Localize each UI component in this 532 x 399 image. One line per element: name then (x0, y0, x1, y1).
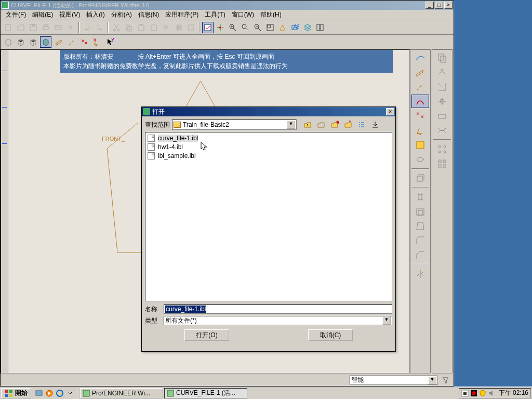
shell-icon[interactable] (411, 205, 429, 218)
working-dir-icon[interactable] (315, 119, 327, 130)
filename-input[interactable]: curve_file-1.ibl (164, 304, 392, 314)
filetype-combo[interactable]: 所有文件(*) ▼ (164, 316, 392, 325)
refit-icon[interactable] (264, 22, 276, 33)
menu-tools[interactable]: 工具(T) (202, 9, 228, 20)
new-folder-icon[interactable]: * (342, 119, 354, 130)
spin-center-icon[interactable] (215, 22, 226, 33)
look-in-combo[interactable]: Train_file-Basic2 ▼ (172, 119, 297, 130)
zoom-fit-icon[interactable] (240, 22, 251, 33)
datum-axis-icon[interactable] (66, 36, 77, 48)
pattern-icon[interactable] (433, 142, 451, 156)
intersect-icon[interactable] (433, 124, 451, 137)
publish-geom-icon[interactable] (433, 65, 451, 79)
tray-shield-icon[interactable] (479, 390, 486, 397)
tray-volume-icon[interactable] (488, 390, 495, 397)
paste-icon[interactable] (136, 22, 147, 33)
zoom-out-icon[interactable] (252, 22, 263, 33)
list-view-icon[interactable] (356, 119, 367, 130)
mirror-icon[interactable] (411, 267, 429, 281)
chevron-down-icon[interactable]: ▼ (428, 376, 436, 384)
wireframe-icon[interactable] (3, 36, 14, 48)
csys-tool-icon[interactable] (411, 124, 429, 137)
dialog-close-button[interactable]: × (386, 108, 394, 115)
mail-icon[interactable] (52, 22, 64, 33)
tray-record-icon[interactable] (470, 390, 477, 397)
grid-icon[interactable] (173, 22, 184, 33)
redo-icon[interactable] (94, 22, 105, 33)
merge-icon[interactable] (433, 80, 451, 94)
selection-filter[interactable]: 智能 ▼ (350, 376, 438, 385)
zoom-in-icon[interactable] (227, 22, 238, 33)
view-manager-icon[interactable] (314, 22, 326, 33)
undo-icon[interactable] (82, 22, 93, 33)
analysis-tool-icon[interactable] (411, 138, 429, 152)
new-icon[interactable] (3, 22, 14, 33)
print-icon[interactable] (40, 22, 51, 33)
favorites-icon[interactable]: ★ (329, 119, 340, 130)
cut-icon[interactable] (111, 22, 122, 33)
datum-csys-icon[interactable]: × (91, 36, 102, 48)
display-mode-icon[interactable] (202, 22, 214, 33)
no-hidden-icon[interactable] (28, 36, 39, 48)
shaded-icon[interactable] (40, 36, 51, 48)
minimize-button[interactable]: _ (425, 2, 434, 9)
ql-desktop-icon[interactable] (34, 389, 44, 398)
datum-plane-icon[interactable] (54, 36, 65, 48)
extend-icon[interactable] (433, 109, 451, 123)
saved-view-icon[interactable]: AB (289, 22, 301, 33)
ql-chevron-icon[interactable] (65, 389, 75, 398)
box-icon[interactable] (185, 22, 197, 33)
up-folder-icon[interactable] (302, 119, 313, 130)
sketch-curve-icon[interactable] (411, 51, 429, 64)
file-list[interactable]: curve_file-1.ibl hw1-4.ibl ibl_sample.ib… (145, 132, 392, 301)
chevron-down-icon[interactable]: ▼ (287, 121, 295, 129)
paste-special-icon[interactable] (148, 22, 159, 33)
tools-dropdown-icon[interactable] (369, 119, 381, 130)
task-proe[interactable]: Pro/ENGINEER Wi... (80, 388, 163, 398)
tray-stop-icon[interactable] (461, 390, 469, 397)
file-item[interactable]: hw1-4.ibl (147, 142, 391, 151)
layers-icon[interactable] (302, 22, 313, 33)
draft-icon[interactable] (411, 219, 429, 233)
file-item[interactable]: curve_file-1.ibl (147, 134, 391, 142)
cancel-button[interactable]: 取消(C) (308, 329, 353, 341)
copy-icon[interactable] (123, 22, 135, 33)
trim-icon[interactable] (433, 95, 451, 108)
menu-view[interactable]: 视图(V) (56, 9, 83, 20)
orient-icon[interactable] (277, 22, 288, 33)
start-button[interactable]: 開始 (1, 388, 31, 398)
menu-file[interactable]: 文件(F) (3, 9, 29, 20)
regenerate-icon[interactable]: ⟳ (161, 22, 172, 33)
hidden-line-icon[interactable] (15, 36, 26, 48)
grid-pattern-icon[interactable] (433, 157, 451, 170)
plane-tool-icon[interactable] (411, 65, 429, 79)
hole-icon[interactable] (411, 190, 429, 204)
axis-tool-icon[interactable] (411, 80, 429, 94)
help-pointer-icon[interactable]: ? (104, 36, 116, 48)
round-icon[interactable] (411, 234, 429, 247)
copy-geom-icon[interactable] (433, 51, 451, 64)
point-tool-icon[interactable]: ×× (411, 109, 429, 123)
status-filter-icon[interactable] (440, 375, 451, 386)
menu-help[interactable]: 帮助(H) (257, 9, 285, 20)
link-icon[interactable] (65, 22, 76, 33)
menu-info[interactable]: 信息(N) (135, 9, 163, 20)
menu-insert[interactable]: 插入(I) (83, 9, 108, 20)
task-curvefile[interactable]: CURVE_FILE-1 (活... (164, 388, 247, 398)
menu-analysis[interactable]: 分析(A) (108, 9, 135, 20)
extrude-icon[interactable] (411, 171, 429, 185)
chevron-down-icon[interactable]: ▼ (382, 316, 391, 325)
menu-edit[interactable]: 编辑(E) (29, 9, 56, 20)
curve-tool-icon[interactable] (411, 95, 429, 108)
save-icon[interactable] (28, 22, 39, 33)
maximize-button[interactable]: □ (435, 2, 443, 9)
file-item[interactable]: ibl_sample.ibl (147, 151, 391, 160)
ql-ie-icon[interactable] (55, 389, 64, 398)
menu-window[interactable]: 窗口(W) (229, 9, 257, 20)
chamfer-icon[interactable] (411, 248, 429, 262)
style-tool-icon[interactable] (411, 153, 429, 166)
ql-media-icon[interactable] (45, 389, 54, 398)
close-button[interactable]: × (444, 2, 453, 9)
datum-point-icon[interactable]: ×× (78, 36, 90, 48)
menu-app[interactable]: 应用程序(P) (162, 9, 202, 20)
